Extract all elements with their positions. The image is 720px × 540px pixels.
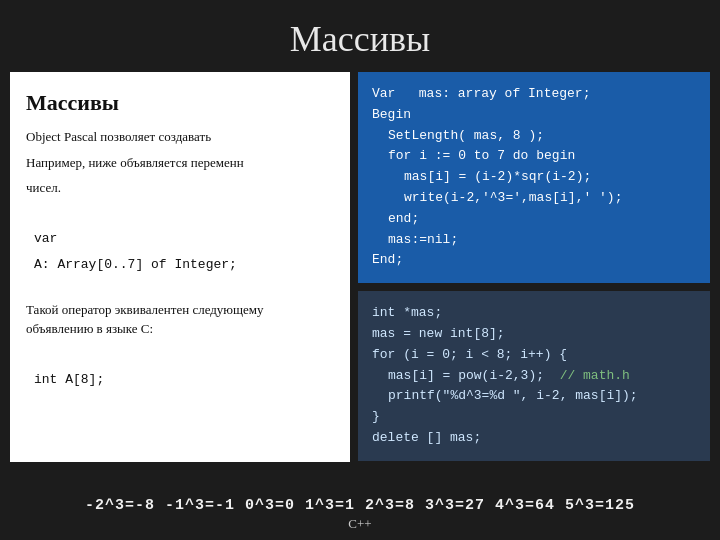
para3: чисел. xyxy=(26,178,334,198)
code-block-dark: int *mas; mas = new int[8]; for (i = 0; … xyxy=(358,291,710,461)
left-panel: Массивы Object Pascal позволяет создават… xyxy=(10,72,350,462)
bottom-sequence: -2^3=-8 -1^3=-1 0^3=0 1^3=1 2^3=8 3^3=27… xyxy=(85,497,635,514)
slide-title: Массивы xyxy=(0,0,720,72)
blue-line-1: Var mas: array of Integer; xyxy=(372,84,696,105)
left-heading: Массивы xyxy=(26,86,334,119)
dark-line-1: int *mas; xyxy=(372,303,696,324)
slide: Массивы Массивы Object Pascal позволяет … xyxy=(0,0,720,540)
array-decl: A: Array[0..7] of Integer; xyxy=(26,255,334,275)
blue-line-4: for i := 0 to 7 do begin xyxy=(372,146,696,167)
blue-line-5: mas[i] = (i-2)*sqr(i-2); xyxy=(372,167,696,188)
dark-line-3: for (i = 0; i < 8; i++) { xyxy=(372,345,696,366)
code-block-blue: Var mas: array of Integer; Begin SetLeng… xyxy=(358,72,710,283)
dark-line-2: mas = new int[8]; xyxy=(372,324,696,345)
blue-line-7: end; xyxy=(372,209,696,230)
para1: Object Pascal позволяет создавать xyxy=(26,127,334,147)
content-area: Массивы Object Pascal позволяет создават… xyxy=(0,72,720,462)
dark-comment: // math.h xyxy=(560,368,630,383)
blue-line-6: write(i-2,'^3=',mas[i],' '); xyxy=(372,188,696,209)
var-keyword: var xyxy=(26,229,334,249)
dark-line-7: delete [] mas; xyxy=(372,428,696,449)
blue-line-8: mas:=nil; xyxy=(372,230,696,251)
cpp-label: C++ xyxy=(348,516,371,532)
dark-line-4: mas[i] = pow(i-2,3); // math.h xyxy=(372,366,696,387)
dark-line-5: printf("%d^3=%d ", i-2, mas[i]); xyxy=(372,386,696,407)
bottom-bar: -2^3=-8 -1^3=-1 0^3=0 1^3=1 2^3=8 3^3=27… xyxy=(0,488,720,540)
blue-line-2: Begin xyxy=(372,105,696,126)
para2: Например, ниже объявляется переменн xyxy=(26,153,334,173)
right-panel: Var mas: array of Integer; Begin SetLeng… xyxy=(358,72,710,462)
dark-line-6: } xyxy=(372,407,696,428)
int-decl: int A[8]; xyxy=(26,370,334,390)
blue-line-9: End; xyxy=(372,250,696,271)
blue-line-3: SetLength( mas, 8 ); xyxy=(372,126,696,147)
equiv-text: Такой оператор эквивалентен следующему о… xyxy=(26,300,334,339)
